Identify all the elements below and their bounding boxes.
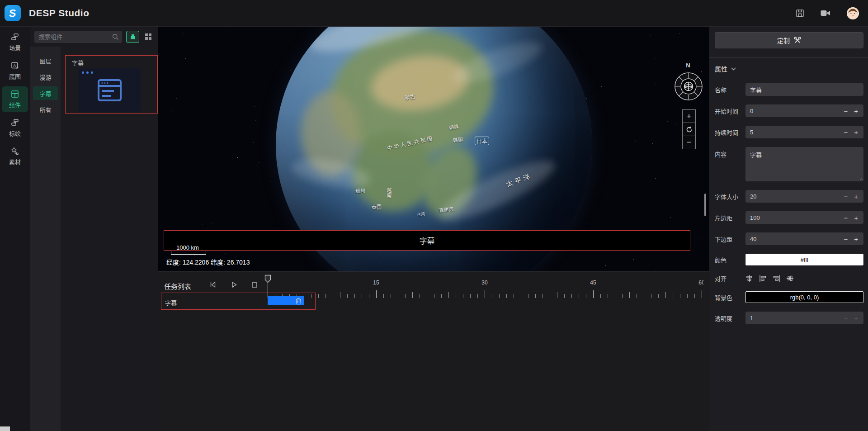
left-margin-input[interactable] bbox=[750, 214, 843, 221]
field-row-background-color: 背景色 rgb(0, 0, 0) bbox=[715, 291, 863, 303]
zoom-in-button[interactable]: + bbox=[682, 109, 696, 123]
playhead-line bbox=[268, 283, 268, 298]
opacity-input[interactable] bbox=[750, 315, 843, 322]
align-buttons bbox=[745, 275, 794, 282]
sidebar-item-components[interactable]: 组件 bbox=[2, 86, 28, 112]
decrement-button[interactable]: − bbox=[843, 129, 849, 136]
name-input[interactable] bbox=[750, 86, 859, 93]
component-panel: 图层 漫游 字幕 所有 字幕 bbox=[30, 27, 158, 431]
grid-view-button[interactable] bbox=[143, 32, 153, 42]
component-tab-column: 图层 漫游 字幕 所有 bbox=[30, 47, 61, 431]
decrement-button[interactable]: − bbox=[843, 236, 849, 242]
decrement-button-disabled[interactable]: − bbox=[843, 315, 849, 322]
sidebar-item-basemap[interactable]: A 底图 bbox=[2, 58, 28, 84]
field-row-name: 名称 bbox=[715, 83, 863, 96]
reset-view-icon bbox=[686, 126, 693, 133]
duration-input[interactable] bbox=[750, 129, 843, 136]
increment-button[interactable]: + bbox=[853, 236, 859, 242]
decrement-button[interactable]: − bbox=[843, 108, 849, 114]
start-time-input[interactable] bbox=[750, 108, 843, 114]
search-input[interactable] bbox=[34, 31, 122, 43]
tab-roaming[interactable]: 漫游 bbox=[33, 70, 58, 84]
background-color-swatch[interactable]: rgb(0, 0, 0) bbox=[745, 291, 863, 303]
field-label: 对齐 bbox=[715, 274, 745, 283]
top-bar: S DESP Studio bbox=[0, 0, 868, 27]
screen-corner-artifact bbox=[0, 426, 10, 431]
sidebar-item-plot[interactable]: 标绘 bbox=[2, 115, 28, 141]
field-row-align: 对齐 bbox=[715, 274, 863, 283]
align-horizontal-center-button[interactable] bbox=[786, 275, 794, 282]
sidebar-item-assets[interactable]: 素材 bbox=[2, 143, 28, 169]
field-label: 持续时间 bbox=[715, 128, 745, 137]
customize-button[interactable]: 定制 bbox=[715, 32, 863, 48]
decrement-button[interactable]: − bbox=[843, 214, 849, 221]
assets-icon bbox=[11, 147, 19, 155]
card-view-button[interactable] bbox=[126, 31, 139, 43]
gyroscope-icon bbox=[684, 82, 693, 91]
font-size-input[interactable] bbox=[750, 193, 843, 200]
video-camera-icon[interactable] bbox=[821, 9, 830, 17]
user-avatar[interactable] bbox=[847, 7, 859, 19]
color-swatch[interactable]: #fff bbox=[745, 254, 863, 265]
increment-button[interactable]: + bbox=[853, 214, 859, 221]
plot-icon bbox=[11, 118, 19, 127]
subtitle-component-card[interactable]: 字幕 bbox=[65, 55, 158, 114]
increment-button[interactable]: + bbox=[853, 193, 859, 200]
content-textarea[interactable]: 字幕 bbox=[745, 147, 863, 181]
globe-viewport[interactable]: 蒙古朝鲜韩国日本中华人民共和国太平洋缅甸越南泰国菲律宾台湾 N + bbox=[158, 27, 709, 271]
components-icon bbox=[11, 90, 19, 98]
increment-button-disabled[interactable]: + bbox=[853, 315, 859, 322]
subtitle-overlay[interactable]: 字幕 bbox=[164, 230, 690, 251]
bottom-margin-input[interactable] bbox=[750, 236, 843, 242]
timeline-row-subtitle[interactable]: 字幕 bbox=[161, 293, 316, 310]
map-label: 韩国 bbox=[453, 135, 463, 144]
map-label: 泰国 bbox=[372, 203, 382, 210]
tab-subtitle[interactable]: 字幕 bbox=[33, 86, 58, 100]
viewport-scrollbar-thumb[interactable] bbox=[704, 194, 706, 216]
app-logo[interactable]: S bbox=[5, 5, 21, 21]
tab-layers[interactable]: 图层 bbox=[33, 54, 58, 67]
decrement-button[interactable]: − bbox=[843, 193, 849, 200]
map-scale: 1000 km bbox=[171, 244, 206, 255]
field-row-color: 颜色 #fff bbox=[715, 254, 863, 265]
sidebar-item-label: 组件 bbox=[9, 100, 21, 109]
map-label: 中华人民共和国 bbox=[386, 133, 434, 152]
increment-button[interactable]: + bbox=[853, 129, 859, 136]
search-icon bbox=[112, 33, 119, 40]
compass-control[interactable] bbox=[674, 71, 703, 103]
align-vertical-center-button[interactable] bbox=[745, 275, 753, 282]
left-sidebar: 场景 A 底图 组件 标绘 素材 bbox=[0, 27, 30, 431]
playhead[interactable] bbox=[264, 275, 271, 283]
align-left-button[interactable] bbox=[759, 275, 767, 282]
scale-bar bbox=[171, 251, 206, 255]
sidebar-item-label: 底图 bbox=[9, 72, 21, 81]
coordinates-readout: 经度: 124.2206 纬度: 26.7013 bbox=[166, 257, 250, 266]
delete-row-icon[interactable] bbox=[295, 298, 302, 305]
component-card-area: 字幕 bbox=[61, 47, 158, 431]
map-label: 朝鲜 bbox=[448, 122, 459, 131]
zoom-out-button[interactable]: − bbox=[682, 136, 696, 149]
sidebar-item-scene[interactable]: 场景 bbox=[2, 29, 28, 55]
timeline-row-label: 字幕 bbox=[165, 298, 177, 307]
app-title: DESP Studio bbox=[29, 8, 89, 19]
field-label: 颜色 bbox=[715, 256, 745, 264]
sidebar-item-label: 标绘 bbox=[9, 129, 21, 137]
ruler-label: 60 bbox=[698, 279, 703, 286]
map-label: 蒙古 bbox=[404, 92, 416, 101]
field-row-duration: 持续时间 − + bbox=[715, 126, 863, 138]
ruler-label: 45 bbox=[590, 279, 596, 286]
field-label: 背景色 bbox=[715, 293, 745, 302]
save-icon[interactable] bbox=[796, 9, 804, 18]
reset-view-button[interactable] bbox=[682, 123, 696, 136]
field-row-opacity: 透明度 − + bbox=[715, 312, 863, 324]
increment-button[interactable]: + bbox=[853, 108, 859, 114]
sidebar-item-label: 场景 bbox=[9, 43, 21, 52]
map-label: 越南 bbox=[385, 188, 392, 198]
field-row-left-margin: 左边距 − + bbox=[715, 211, 863, 224]
tab-all[interactable]: 所有 bbox=[33, 103, 58, 116]
align-right-button[interactable] bbox=[773, 275, 780, 282]
inspector-panel: 定制 属性 名称 开始时间 − + 持续时间 bbox=[709, 27, 868, 431]
sidebar-item-label: 素材 bbox=[9, 157, 21, 166]
properties-section-header[interactable]: 属性 bbox=[709, 58, 868, 83]
field-row-content: 内容 字幕 bbox=[715, 147, 863, 181]
